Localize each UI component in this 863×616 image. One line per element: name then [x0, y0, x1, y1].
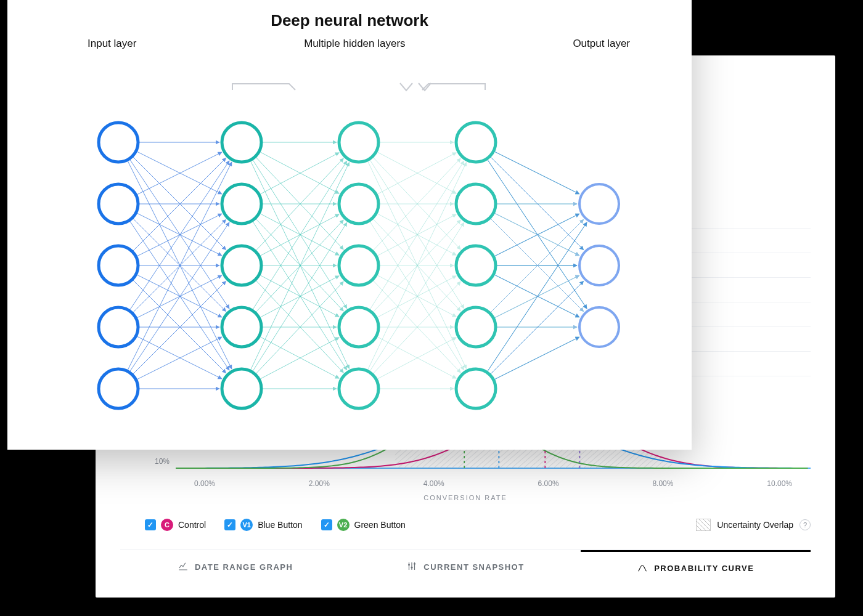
x-axis-ticks: 0.00% 2.00% 4.00% 6.00% 8.00% 10.00%	[120, 479, 811, 488]
svg-point-114	[99, 123, 138, 162]
svg-point-8	[414, 563, 415, 565]
svg-point-122	[222, 307, 261, 347]
help-icon[interactable]: ?	[800, 519, 811, 530]
hatch-overlap-icon	[696, 519, 711, 531]
legend-label: Green Button	[354, 520, 406, 530]
svg-line-57	[259, 338, 339, 379]
tabs: DATE RANGE GRAPH CURRENT SNAPSHOT PROBAB…	[120, 549, 811, 584]
svg-point-115	[99, 184, 138, 224]
svg-line-55	[252, 222, 347, 372]
badge-v2: V2	[337, 519, 350, 531]
checkbox-icon[interactable]: ✓	[321, 519, 332, 530]
svg-point-132	[456, 307, 496, 347]
svg-point-130	[456, 184, 496, 224]
svg-point-129	[456, 123, 496, 162]
svg-point-128	[339, 369, 378, 408]
neural-network-diagram	[32, 56, 667, 438]
svg-point-116	[99, 246, 138, 285]
svg-point-120	[222, 184, 261, 224]
svg-point-119	[222, 123, 261, 162]
svg-line-80	[369, 222, 464, 372]
legend-item-v2[interactable]: ✓ V2 Green Button	[321, 519, 406, 531]
svg-point-7	[411, 567, 413, 569]
tab-label: CURRENT SNAPSHOT	[423, 562, 524, 572]
diagram-sublabels: Input layer Multiple hidden layers Outpu…	[7, 30, 692, 50]
svg-line-100	[490, 156, 584, 250]
x-tick: 6.00%	[538, 479, 559, 488]
svg-point-134	[579, 184, 619, 224]
x-tick: 8.00%	[652, 479, 673, 488]
svg-point-121	[222, 246, 261, 285]
svg-point-6	[408, 564, 410, 565]
svg-line-12	[129, 159, 229, 309]
y-axis-label: 10%	[120, 457, 176, 474]
svg-point-117	[99, 307, 138, 347]
svg-line-24	[129, 161, 229, 310]
legend-label: Uncertainty Overlap	[717, 520, 793, 530]
svg-point-118	[99, 369, 138, 408]
legend-label: Control	[178, 520, 206, 530]
tab-label: DATE RANGE GRAPH	[195, 562, 293, 572]
svg-line-23	[133, 280, 226, 373]
tab-label: PROBABILITY CURVE	[654, 564, 754, 573]
svg-point-123	[222, 369, 261, 408]
checkbox-icon[interactable]: ✓	[145, 519, 156, 530]
legend-item-control[interactable]: ✓ C Control	[145, 519, 206, 531]
svg-line-111	[487, 222, 587, 372]
label-hidden-layers: Multiple hidden layers	[136, 38, 573, 50]
neural-network-card: Deep neural network Input layer Multiple…	[7, 0, 692, 450]
svg-line-105	[494, 214, 579, 257]
sliders-icon	[406, 561, 417, 573]
svg-point-131	[456, 246, 496, 285]
svg-point-126	[339, 246, 378, 285]
svg-line-112	[490, 281, 584, 375]
svg-line-68	[369, 221, 464, 370]
svg-line-49	[252, 161, 347, 310]
label-input-layer: Input layer	[88, 38, 136, 50]
legend-item-overlap[interactable]: Uncertainty Overlap ?	[696, 519, 811, 531]
x-axis-title: CONVERSION RATE	[120, 494, 811, 501]
svg-line-69	[372, 158, 460, 251]
curve-icon	[637, 562, 648, 575]
svg-line-107	[494, 274, 579, 317]
badge-control: C	[161, 519, 173, 531]
svg-line-18	[129, 221, 229, 370]
svg-point-135	[579, 246, 619, 285]
svg-line-82	[376, 338, 456, 379]
x-tick: 10.00%	[767, 479, 792, 488]
svg-point-124	[339, 123, 378, 162]
tab-date-range[interactable]: DATE RANGE GRAPH	[120, 550, 350, 584]
tab-probability-curve[interactable]: PROBABILITY CURVE	[581, 550, 811, 584]
x-tick: 0.00%	[194, 479, 215, 488]
svg-line-14	[136, 152, 222, 195]
svg-line-62	[369, 159, 464, 309]
svg-line-43	[252, 221, 347, 370]
x-tick: 2.00%	[309, 479, 330, 488]
svg-line-19	[133, 158, 226, 251]
svg-line-37	[252, 159, 347, 309]
svg-line-30	[129, 222, 229, 372]
svg-point-125	[339, 184, 378, 224]
svg-line-74	[369, 161, 464, 310]
svg-line-48	[255, 280, 343, 373]
checkbox-icon[interactable]: ✓	[224, 519, 235, 530]
svg-line-28	[136, 336, 222, 379]
diagram-title: Deep neural network	[7, 0, 692, 30]
line-chart-icon	[178, 561, 189, 573]
svg-point-133	[456, 369, 496, 408]
tab-current-snapshot[interactable]: CURRENT SNAPSHOT	[350, 550, 580, 584]
legend-label: Blue Button	[258, 520, 302, 530]
label-output-layer: Output layer	[573, 38, 630, 50]
svg-point-136	[579, 307, 619, 347]
legend-row: ✓ C Control ✓ V1 Blue Button ✓ V2 Green …	[120, 519, 811, 531]
x-tick: 4.00%	[423, 479, 444, 488]
svg-line-60	[376, 152, 456, 193]
svg-line-73	[372, 280, 460, 373]
svg-line-35	[259, 152, 339, 193]
svg-line-101	[487, 159, 587, 309]
legend-item-v1[interactable]: ✓ V1 Blue Button	[224, 519, 302, 531]
svg-point-127	[339, 307, 378, 347]
badge-v1: V1	[240, 519, 253, 531]
svg-line-44	[255, 158, 343, 251]
